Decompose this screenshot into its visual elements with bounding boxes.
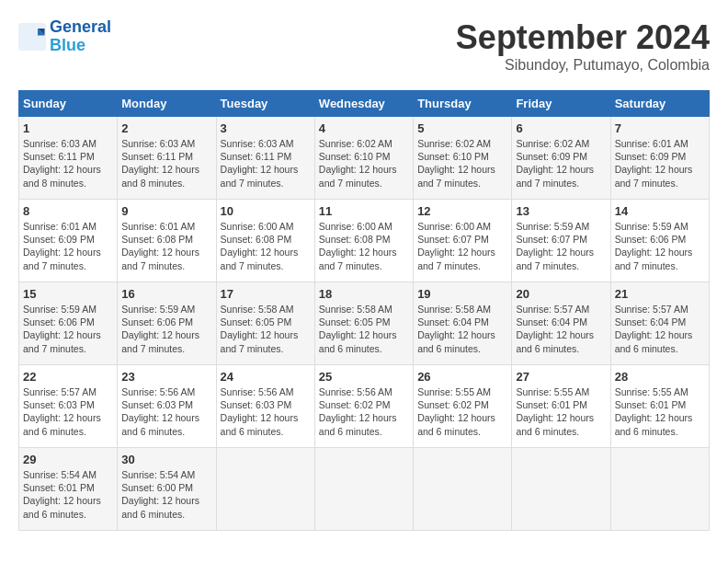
- day-info: Sunrise: 6:00 AMSunset: 6:07 PMDaylight:…: [417, 220, 507, 272]
- day-info: Sunrise: 5:57 AMSunset: 6:03 PMDaylight:…: [23, 385, 113, 438]
- day-number: 30: [121, 453, 211, 466]
- day-info: Sunrise: 5:54 AMSunset: 6:01 PMDaylight:…: [23, 468, 113, 521]
- day-info: Sunrise: 5:57 AMSunset: 6:04 PMDaylight:…: [516, 303, 606, 355]
- weekday-header-row: SundayMondayTuesdayWednesdayThursdayFrid…: [19, 91, 710, 117]
- day-info: Sunrise: 6:02 AMSunset: 6:09 PMDaylight:…: [516, 137, 606, 190]
- calendar-cell: 17 Sunrise: 5:58 AMSunset: 6:05 PMDaylig…: [216, 282, 314, 365]
- calendar-cell: 14 Sunrise: 5:59 AMSunset: 6:06 PMDaylig…: [610, 200, 709, 282]
- day-number: 20: [516, 287, 606, 301]
- weekday-header: Sunday: [19, 91, 118, 117]
- day-info: Sunrise: 5:55 AMSunset: 6:01 PMDaylight:…: [615, 385, 705, 438]
- calendar-cell: 5 Sunrise: 6:02 AMSunset: 6:10 PMDayligh…: [414, 117, 512, 200]
- calendar-cell: 4 Sunrise: 6:02 AMSunset: 6:10 PMDayligh…: [314, 117, 413, 200]
- day-info: Sunrise: 5:55 AMSunset: 6:01 PMDaylight:…: [516, 385, 606, 438]
- day-info: Sunrise: 5:56 AMSunset: 6:02 PMDaylight:…: [319, 385, 409, 438]
- calendar-cell: 23 Sunrise: 5:56 AMSunset: 6:03 PMDaylig…: [118, 365, 216, 448]
- day-info: Sunrise: 5:59 AMSunset: 6:06 PMDaylight:…: [121, 303, 211, 355]
- calendar-cell: 3 Sunrise: 6:03 AMSunset: 6:11 PMDayligh…: [216, 117, 314, 200]
- day-number: 10: [221, 204, 311, 218]
- calendar-week-row: 15 Sunrise: 5:59 AMSunset: 6:06 PMDaylig…: [19, 282, 710, 365]
- calendar-cell: [216, 448, 314, 531]
- day-number: 4: [319, 121, 409, 135]
- calendar-cell: 12 Sunrise: 6:00 AMSunset: 6:07 PMDaylig…: [414, 200, 512, 282]
- logo-icon: [18, 23, 46, 51]
- weekday-header: Friday: [512, 91, 610, 117]
- weekday-header: Tuesday: [216, 91, 314, 117]
- calendar-cell: 22 Sunrise: 5:57 AMSunset: 6:03 PMDaylig…: [19, 365, 118, 448]
- day-info: Sunrise: 5:58 AMSunset: 6:05 PMDaylight:…: [221, 303, 311, 355]
- day-info: Sunrise: 5:56 AMSunset: 6:03 PMDaylight:…: [121, 385, 211, 438]
- day-info: Sunrise: 6:02 AMSunset: 6:10 PMDaylight:…: [319, 137, 409, 190]
- calendar-cell: 19 Sunrise: 5:58 AMSunset: 6:04 PMDaylig…: [414, 282, 512, 365]
- day-info: Sunrise: 6:01 AMSunset: 6:08 PMDaylight:…: [121, 220, 211, 272]
- calendar-cell: 9 Sunrise: 6:01 AMSunset: 6:08 PMDayligh…: [118, 200, 216, 282]
- calendar-cell: 28 Sunrise: 5:55 AMSunset: 6:01 PMDaylig…: [610, 365, 709, 448]
- calendar-cell: [512, 448, 610, 531]
- day-number: 18: [319, 287, 409, 301]
- weekday-header: Wednesday: [314, 91, 413, 117]
- day-number: 23: [121, 370, 211, 384]
- day-number: 26: [417, 370, 507, 384]
- calendar-cell: 7 Sunrise: 6:01 AMSunset: 6:09 PMDayligh…: [610, 117, 709, 200]
- day-info: Sunrise: 6:03 AMSunset: 6:11 PMDaylight:…: [221, 137, 311, 190]
- calendar-cell: 10 Sunrise: 6:00 AMSunset: 6:08 PMDaylig…: [216, 200, 314, 282]
- weekday-header: Saturday: [610, 91, 709, 117]
- day-number: 24: [221, 370, 311, 384]
- calendar-cell: 2 Sunrise: 6:03 AMSunset: 6:11 PMDayligh…: [118, 117, 216, 200]
- day-info: Sunrise: 5:54 AMSunset: 6:00 PMDaylight:…: [121, 468, 211, 521]
- day-number: 7: [615, 121, 705, 135]
- day-number: 13: [516, 204, 606, 218]
- day-number: 17: [221, 287, 311, 301]
- day-info: Sunrise: 5:57 AMSunset: 6:04 PMDaylight:…: [615, 303, 705, 355]
- day-number: 28: [615, 370, 705, 384]
- calendar-cell: 29 Sunrise: 5:54 AMSunset: 6:01 PMDaylig…: [19, 448, 118, 531]
- day-info: Sunrise: 6:03 AMSunset: 6:11 PMDaylight:…: [23, 137, 113, 190]
- calendar-cell: [314, 448, 413, 531]
- day-info: Sunrise: 5:59 AMSunset: 6:07 PMDaylight:…: [516, 220, 606, 272]
- calendar-cell: 21 Sunrise: 5:57 AMSunset: 6:04 PMDaylig…: [610, 282, 709, 365]
- logo-text: General Blue: [50, 18, 111, 55]
- day-number: 15: [23, 287, 113, 301]
- day-info: Sunrise: 5:59 AMSunset: 6:06 PMDaylight:…: [615, 220, 705, 272]
- calendar-cell: [610, 448, 709, 531]
- calendar-cell: 15 Sunrise: 5:59 AMSunset: 6:06 PMDaylig…: [19, 282, 118, 365]
- calendar-cell: 20 Sunrise: 5:57 AMSunset: 6:04 PMDaylig…: [512, 282, 610, 365]
- day-info: Sunrise: 6:00 AMSunset: 6:08 PMDaylight:…: [221, 220, 311, 272]
- calendar-cell: 6 Sunrise: 6:02 AMSunset: 6:09 PMDayligh…: [512, 117, 610, 200]
- day-number: 2: [121, 121, 211, 135]
- day-number: 14: [615, 204, 705, 218]
- calendar-cell: 1 Sunrise: 6:03 AMSunset: 6:11 PMDayligh…: [19, 117, 118, 200]
- day-info: Sunrise: 5:55 AMSunset: 6:02 PMDaylight:…: [417, 385, 507, 438]
- calendar-cell: [414, 448, 512, 531]
- day-info: Sunrise: 5:58 AMSunset: 6:04 PMDaylight:…: [417, 303, 507, 355]
- day-info: Sunrise: 5:56 AMSunset: 6:03 PMDaylight:…: [221, 385, 311, 438]
- day-number: 9: [121, 204, 211, 218]
- calendar-cell: 8 Sunrise: 6:01 AMSunset: 6:09 PMDayligh…: [19, 200, 118, 282]
- calendar-week-row: 29 Sunrise: 5:54 AMSunset: 6:01 PMDaylig…: [19, 448, 710, 531]
- calendar-table: SundayMondayTuesdayWednesdayThursdayFrid…: [18, 90, 710, 531]
- day-info: Sunrise: 5:58 AMSunset: 6:05 PMDaylight:…: [319, 303, 409, 355]
- day-number: 5: [417, 121, 507, 135]
- calendar-cell: 11 Sunrise: 6:00 AMSunset: 6:08 PMDaylig…: [314, 200, 413, 282]
- day-number: 1: [23, 121, 113, 135]
- day-info: Sunrise: 6:01 AMSunset: 6:09 PMDaylight:…: [615, 137, 705, 190]
- calendar-cell: 13 Sunrise: 5:59 AMSunset: 6:07 PMDaylig…: [512, 200, 610, 282]
- day-number: 25: [319, 370, 409, 384]
- calendar-cell: 24 Sunrise: 5:56 AMSunset: 6:03 PMDaylig…: [216, 365, 314, 448]
- day-info: Sunrise: 5:59 AMSunset: 6:06 PMDaylight:…: [23, 303, 113, 355]
- day-number: 22: [23, 370, 113, 384]
- day-number: 12: [417, 204, 507, 218]
- day-info: Sunrise: 6:01 AMSunset: 6:09 PMDaylight:…: [23, 220, 113, 272]
- calendar-cell: 25 Sunrise: 5:56 AMSunset: 6:02 PMDaylig…: [314, 365, 413, 448]
- day-info: Sunrise: 6:00 AMSunset: 6:08 PMDaylight:…: [319, 220, 409, 272]
- day-info: Sunrise: 6:02 AMSunset: 6:10 PMDaylight:…: [417, 137, 507, 190]
- calendar-cell: 16 Sunrise: 5:59 AMSunset: 6:06 PMDaylig…: [118, 282, 216, 365]
- day-number: 11: [319, 204, 409, 218]
- day-number: 27: [516, 370, 606, 384]
- day-number: 29: [23, 453, 113, 466]
- month-title: September 2024: [456, 18, 710, 57]
- day-number: 8: [23, 204, 113, 218]
- day-number: 19: [417, 287, 507, 301]
- calendar-cell: 30 Sunrise: 5:54 AMSunset: 6:00 PMDaylig…: [118, 448, 216, 531]
- calendar-cell: 27 Sunrise: 5:55 AMSunset: 6:01 PMDaylig…: [512, 365, 610, 448]
